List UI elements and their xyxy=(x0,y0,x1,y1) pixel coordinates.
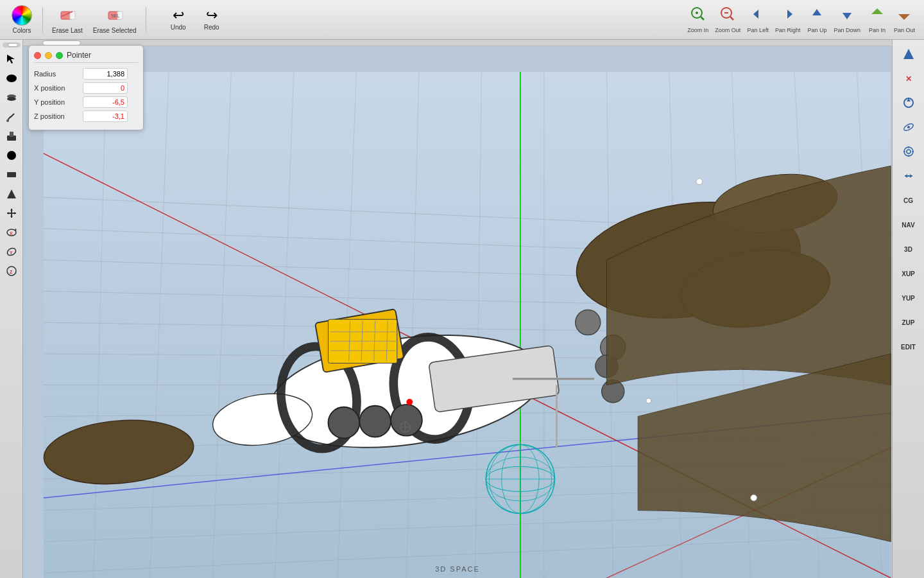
svg-line-66 xyxy=(794,72,819,578)
zoom-in-button[interactable]: Zoom In xyxy=(685,4,711,35)
zoom-out-button[interactable]: Zoom Out xyxy=(712,4,743,35)
svg-line-53 xyxy=(44,511,891,542)
svg-text:Y: Y xyxy=(10,250,13,255)
undo-icon: ↩ xyxy=(173,8,184,22)
svg-point-23 xyxy=(6,119,9,122)
svg-point-72 xyxy=(262,319,550,463)
x-position-input[interactable] xyxy=(83,82,128,94)
radius-input[interactable] xyxy=(83,68,128,80)
svg-point-94 xyxy=(601,335,626,360)
svg-point-22 xyxy=(7,97,16,101)
pan-down-button[interactable]: Pan Down xyxy=(831,4,863,35)
cg-button[interactable]: CG xyxy=(894,189,923,212)
svg-text:SEL: SEL xyxy=(111,13,119,18)
y-position-input[interactable] xyxy=(83,96,128,108)
separator-2 xyxy=(146,7,146,33)
svg-point-93 xyxy=(576,310,601,335)
nav-target-icon[interactable] xyxy=(894,140,923,163)
svg-line-64 xyxy=(669,72,682,578)
undo-button[interactable]: ↩ Undo xyxy=(164,7,193,32)
pan-in-icon xyxy=(869,6,886,26)
brush-tool-icon xyxy=(6,111,17,123)
svg-marker-128 xyxy=(905,174,907,178)
radius-row: Radius xyxy=(34,68,138,80)
nav-arrows-icon[interactable] xyxy=(894,164,923,188)
svg-point-87 xyxy=(709,167,841,240)
zup-label: ZUP xyxy=(902,319,915,326)
nav-back-icon[interactable] xyxy=(894,42,923,66)
pan-right-button[interactable]: Pan Right xyxy=(773,4,803,35)
main-toolbar: Colors Erase Last SEL Erase Selected ↩ xyxy=(0,0,924,40)
svg-point-107 xyxy=(406,399,413,405)
nav-orbit-icon[interactable] xyxy=(894,116,923,139)
redo-button[interactable]: ↪ Redo xyxy=(198,7,226,32)
xup-label: XUP xyxy=(902,270,915,277)
select-arrow-tool[interactable] xyxy=(3,50,21,68)
svg-point-104 xyxy=(696,179,703,185)
nav-x-icon[interactable]: ✕ xyxy=(894,67,923,90)
pan-left-icon xyxy=(749,6,766,26)
svg-point-85 xyxy=(569,189,808,332)
pan-out-button[interactable]: Pan Out xyxy=(891,4,918,35)
rotate-y-tool-icon: Y xyxy=(6,246,17,258)
3d-viewport[interactable]: Pointer Radius X position Y position Z p… xyxy=(23,40,892,578)
maximize-button[interactable] xyxy=(56,52,63,59)
fill-tool[interactable] xyxy=(3,127,21,145)
3d-label: 3D xyxy=(904,246,912,253)
edit-button[interactable]: EDIT xyxy=(894,335,923,358)
z-position-input[interactable] xyxy=(83,110,128,122)
pan-in-button[interactable]: Pan In xyxy=(864,4,890,35)
move-tool-icon xyxy=(6,207,17,219)
nav-button[interactable]: NAV xyxy=(894,213,923,236)
pan-left-button[interactable]: Pan Left xyxy=(744,4,771,35)
black-oval-tool[interactable] xyxy=(3,69,21,87)
rotate-y-tool[interactable]: Y xyxy=(3,243,21,261)
right-sidebar: ✕ xyxy=(892,40,924,578)
svg-point-91 xyxy=(359,406,391,437)
nav-rotate-icon[interactable] xyxy=(894,91,923,114)
3d-button[interactable]: 3D xyxy=(894,238,923,261)
erase-last-button[interactable]: Erase Last xyxy=(48,4,87,35)
fill-tool-icon xyxy=(6,130,17,142)
z-position-row: Z position xyxy=(34,110,138,122)
svg-text:X: X xyxy=(10,231,13,236)
svg-line-81 xyxy=(386,320,388,361)
svg-point-86 xyxy=(676,241,835,336)
diamond-layer-tool[interactable] xyxy=(3,89,21,107)
svg-marker-114 xyxy=(903,49,914,59)
scroll-thumb[interactable] xyxy=(8,43,18,47)
xup-button[interactable]: XUP xyxy=(894,262,923,285)
erase-last-label: Erase Last xyxy=(52,27,83,34)
yup-button[interactable]: YUP xyxy=(894,286,923,310)
rotate-x-tool[interactable]: X xyxy=(3,223,21,241)
svg-text:✕: ✕ xyxy=(905,74,912,83)
svg-point-99 xyxy=(486,457,554,501)
svg-line-69 xyxy=(44,153,891,578)
pan-down-icon xyxy=(839,6,855,26)
move-tool[interactable] xyxy=(3,204,21,222)
minimize-button[interactable] xyxy=(45,52,52,59)
svg-marker-32 xyxy=(10,216,13,218)
svg-rect-27 xyxy=(7,172,16,177)
svg-line-51 xyxy=(44,460,891,479)
svg-point-106 xyxy=(646,398,651,403)
svg-line-45 xyxy=(44,291,891,310)
circle-tool[interactable] xyxy=(3,146,21,164)
zup-button[interactable]: ZUP xyxy=(894,311,923,334)
erase-selected-button[interactable]: SEL Erase Selected xyxy=(89,4,141,35)
pan-up-button[interactable]: Pan Up xyxy=(804,4,830,35)
close-button[interactable] xyxy=(34,52,41,59)
zoom-in-label: Zoom In xyxy=(687,27,708,33)
svg-line-65 xyxy=(732,72,751,578)
horizontal-scrollbar[interactable] xyxy=(23,40,892,46)
svg-point-95 xyxy=(595,355,618,378)
svg-line-55 xyxy=(94,72,107,578)
brush-tool[interactable] xyxy=(3,108,21,126)
triangle-tool[interactable] xyxy=(3,185,21,203)
svg-point-120 xyxy=(904,147,913,156)
rotate-z-tool[interactable]: Z xyxy=(3,262,21,280)
rect-tool[interactable] xyxy=(3,166,21,184)
rotate-x-tool-icon: X xyxy=(6,227,17,238)
colors-button[interactable]: Colors xyxy=(6,3,37,37)
pointer-panel: Pointer Radius X position Y position Z p… xyxy=(28,45,144,130)
